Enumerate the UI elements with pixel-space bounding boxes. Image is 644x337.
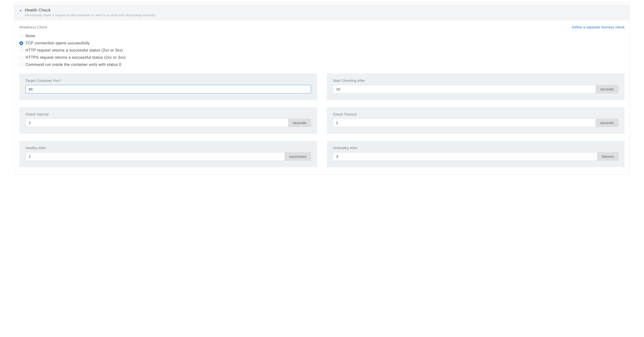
panel-body: Readiness Check Define a separate livene… xyxy=(14,20,630,174)
start-checking-field: Start Checking After seconds xyxy=(327,74,625,100)
unhealthy-after-input[interactable] xyxy=(333,152,598,160)
radio-label: TCP connection opens successfully xyxy=(26,41,90,45)
field-label: Target Container Port* xyxy=(26,79,311,82)
field-label: Check Timeout xyxy=(333,112,618,116)
check-type-radio-group: None TCP connection opens successfully H… xyxy=(19,34,625,67)
radio-tcp[interactable]: TCP connection opens successfully xyxy=(19,41,625,45)
required-asterisk: * xyxy=(60,79,62,82)
radio-icon xyxy=(19,41,23,45)
input-addon: successes xyxy=(285,152,311,160)
radio-icon xyxy=(19,34,23,38)
panel-subtitle: Periodically make a request to the conta… xyxy=(25,13,156,17)
radio-label: Command run inside the container exits w… xyxy=(26,62,121,67)
radio-http[interactable]: HTTP request returns a successful status… xyxy=(19,48,625,52)
previous-panel-edge xyxy=(14,0,630,2)
start-checking-input[interactable] xyxy=(333,85,596,93)
readiness-check-label: Readiness Check xyxy=(19,25,47,29)
check-interval-field: Check Interval seconds xyxy=(19,107,317,134)
radio-icon xyxy=(19,48,23,52)
field-label-text: Target Container Port xyxy=(26,79,60,82)
check-timeout-input[interactable] xyxy=(333,118,596,127)
field-label: Unhealthy After xyxy=(333,146,618,150)
input-addon: seconds xyxy=(596,118,618,127)
radio-label: None xyxy=(26,34,35,38)
target-port-input[interactable] xyxy=(26,85,311,93)
healthy-after-field: Healthy After successes xyxy=(19,141,317,167)
target-port-field: Target Container Port* xyxy=(19,74,317,100)
radio-icon xyxy=(19,63,23,66)
field-label: Check Interval xyxy=(26,112,311,116)
radio-label: HTTPS request returns a successful statu… xyxy=(26,55,126,60)
define-liveness-link[interactable]: Define a separate liveness check xyxy=(572,25,625,29)
radio-https[interactable]: HTTPS request returns a successful statu… xyxy=(19,55,625,60)
panel-header[interactable]: ▼ Health Check Periodically make a reque… xyxy=(14,5,630,20)
healthy-after-input[interactable] xyxy=(26,152,285,160)
input-addon: failures xyxy=(598,152,618,160)
panel-title: Health Check xyxy=(25,8,156,13)
radio-none[interactable]: None xyxy=(19,34,625,38)
radio-icon xyxy=(19,56,23,60)
check-interval-input[interactable] xyxy=(26,118,288,127)
field-label: Start Checking After xyxy=(333,79,618,82)
check-timeout-field: Check Timeout seconds xyxy=(327,107,625,134)
health-check-panel: ▼ Health Check Periodically make a reque… xyxy=(14,5,630,175)
radio-label: HTTP request returns a successful status… xyxy=(26,48,123,52)
unhealthy-after-field: Unhealthy After failures xyxy=(327,141,625,167)
collapse-icon[interactable]: ▼ xyxy=(19,9,22,12)
input-addon: seconds xyxy=(596,85,618,93)
input-addon: seconds xyxy=(288,118,311,127)
radio-command[interactable]: Command run inside the container exits w… xyxy=(19,62,625,67)
field-label: Healthy After xyxy=(26,146,311,150)
